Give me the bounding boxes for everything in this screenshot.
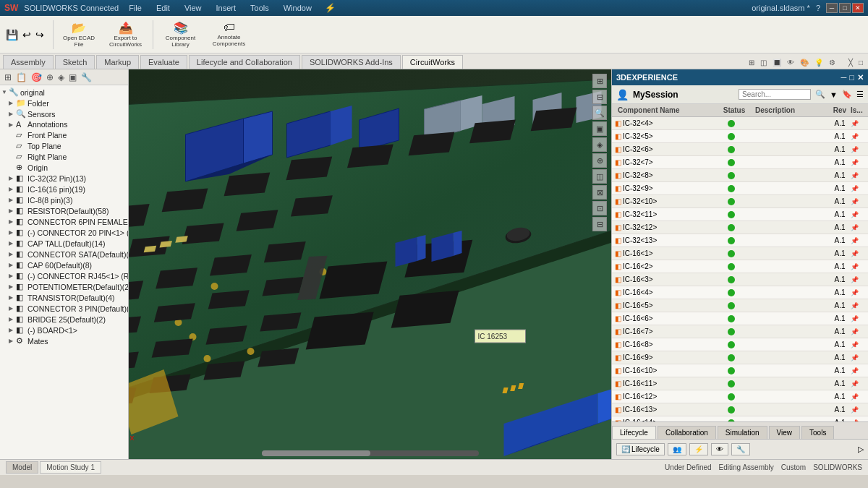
view-option2[interactable]: ◈: [592, 137, 607, 152]
panel-close-icon[interactable]: ╳: [846, 58, 855, 67]
component-list-item[interactable]: ◧ IC-32<5> A.1 📌: [612, 130, 868, 143]
tree-item[interactable]: ▶◧IC-16(16 pin)(19): [0, 184, 128, 194]
component-list-item[interactable]: ◧ IC-16<2> A.1 📌: [612, 260, 868, 273]
component-list-item[interactable]: ◧ IC-16<14> A.1 📌: [612, 416, 868, 421]
tree-item[interactable]: ▶◧BRIDGE 25(Default)(2): [0, 314, 128, 325]
view-option7[interactable]: ⊟: [592, 217, 607, 231]
tree-item[interactable]: ▶◧CONNECTOR 3 PIN(Default)(5): [0, 303, 128, 314]
menu-window[interactable]: Window: [279, 4, 316, 12]
expand-panel-icon[interactable]: ▷: [858, 445, 864, 454]
tree-root[interactable]: ▼ 🔧 original: [0, 87, 128, 98]
component-list-item[interactable]: ◧ IC-16<6> A.1 📌: [612, 312, 868, 325]
bookmark-icon[interactable]: 🔖: [842, 90, 852, 99]
component-list-item[interactable]: ◧ IC-16<12> A.1 📌: [612, 390, 868, 403]
tree-item[interactable]: ▶⚙Mates: [0, 335, 128, 346]
view-option1[interactable]: ▣: [592, 121, 607, 136]
component-list-item[interactable]: ◧ IC-16<7> A.1 📌: [612, 325, 868, 338]
component-list-item[interactable]: ◧ IC-16<3> A.1 📌: [612, 273, 868, 286]
tree-item[interactable]: ▶AAnnotations: [0, 119, 128, 129]
tree-item[interactable]: ▶◧CAP 60(Default)(8): [0, 260, 128, 270]
tree-icon-5[interactable]: ◈: [56, 72, 66, 83]
component-list-item[interactable]: ◧ IC-32<13> A.1 📌: [612, 234, 868, 247]
tree-icon-6[interactable]: ▣: [67, 72, 78, 83]
bottom-tab-lifecycle[interactable]: Lifecycle: [612, 426, 656, 439]
save-btn[interactable]: 💾: [4, 27, 20, 42]
3dexp-close[interactable]: ✕: [857, 73, 864, 82]
view-option4[interactable]: ◫: [592, 169, 607, 184]
menu-edit[interactable]: Edit: [152, 4, 174, 12]
export-circuitworks-btn[interactable]: 📤 Export to CircuitWorks: [103, 20, 148, 50]
motion-study-tab[interactable]: Motion Study 1: [40, 461, 101, 474]
view-btn[interactable]: 👁: [711, 443, 728, 455]
restore-btn[interactable]: □: [839, 3, 851, 13]
menu-dots-icon[interactable]: ☰: [856, 90, 864, 99]
view-display-icon[interactable]: 🔳: [770, 58, 783, 67]
component-list-item[interactable]: ◧ IC-16<1> A.1 📌: [612, 247, 868, 260]
annotate-components-btn[interactable]: 🏷 Annotate Components: [206, 20, 252, 49]
component-library-btn[interactable]: 📚 Component Library: [158, 20, 203, 50]
close-btn[interactable]: ✕: [852, 3, 864, 13]
menu-view[interactable]: View: [180, 4, 206, 12]
3dexp-expand[interactable]: □: [849, 73, 854, 82]
tree-item[interactable]: ▶◧CAP TALL(Default)(14): [0, 238, 128, 249]
component-list-item[interactable]: ◧ IC-16<10> A.1 📌: [612, 364, 868, 377]
view-hide-icon[interactable]: 👁: [785, 58, 796, 67]
menu-tools[interactable]: Tools: [246, 4, 273, 12]
view-section-icon[interactable]: ◫: [758, 58, 769, 67]
menu-file[interactable]: File: [124, 4, 146, 12]
view-more-icon[interactable]: ⚙: [827, 58, 838, 67]
tab-lifecycle[interactable]: Lifecycle and Collaboration: [189, 55, 300, 69]
tree-item[interactable]: ⊕Origin: [0, 162, 128, 173]
tree-item[interactable]: ▶📁Folder: [0, 98, 128, 108]
collab-btn[interactable]: 👥: [668, 443, 686, 455]
tree-icon-3[interactable]: 🎯: [30, 72, 43, 83]
component-list-item[interactable]: ◧ IC-32<10> A.1 📌: [612, 195, 868, 208]
tree-icon-1[interactable]: ⊞: [3, 72, 13, 83]
tab-circuitworks[interactable]: CircuitWorks: [402, 55, 463, 69]
tab-addins[interactable]: SOLIDWORKS Add-Ins: [302, 55, 401, 69]
minimize-btn[interactable]: ─: [826, 3, 838, 13]
tree-item[interactable]: ▶◧IC-32(32 Pin)(13): [0, 173, 128, 184]
component-list-item[interactable]: ◧ IC-32<6> A.1 📌: [612, 143, 868, 156]
component-list-item[interactable]: ◧ IC-32<12> A.1 📌: [612, 221, 868, 234]
tree-item[interactable]: ▶◧POTENTIOMETER(Default)(2): [0, 281, 128, 292]
component-list-item[interactable]: ◧ IC-16<8> A.1 📌: [612, 338, 868, 351]
component-list-item[interactable]: ◧ IC-16<5> A.1 📌: [612, 299, 868, 312]
tree-item[interactable]: ▱Top Plane: [0, 140, 128, 151]
lifecycle-btn[interactable]: 🔄 Lifecycle: [616, 443, 665, 455]
tree-item[interactable]: ▶🔍Sensors: [0, 108, 128, 119]
session-search-input[interactable]: [739, 89, 811, 100]
view-option3[interactable]: ⊕: [592, 153, 607, 168]
tree-item[interactable]: ▱Right Plane: [0, 151, 128, 162]
view-filter-btn[interactable]: ⊟: [592, 90, 607, 104]
view-zoom-btn[interactable]: 🔍: [592, 106, 607, 120]
tree-item[interactable]: ▶◧RESISTOR(Default)(58): [0, 205, 128, 216]
bottom-tab-simulation[interactable]: Simulation: [718, 426, 767, 439]
search-btn[interactable]: 🔍: [815, 90, 825, 99]
menu-ext[interactable]: ⚡: [322, 3, 339, 13]
component-list-item[interactable]: ◧ IC-16<11> A.1 📌: [612, 377, 868, 390]
3dexp-minimize[interactable]: ─: [841, 73, 847, 82]
tree-item[interactable]: ▶◧IC-8(8 pin)(3): [0, 194, 128, 205]
bottom-tab-view[interactable]: View: [769, 426, 801, 439]
model-tab[interactable]: Model: [6, 461, 38, 474]
tab-assembly[interactable]: Assembly: [3, 55, 54, 69]
view-option5[interactable]: ⊠: [592, 185, 607, 200]
tree-item[interactable]: ▶◧CONNECTOR 6PIN FEMALE(Default)(4): [0, 216, 128, 227]
tab-markup[interactable]: Markup: [96, 55, 139, 69]
tree-item[interactable]: ▱Front Plane: [0, 129, 128, 140]
tree-icon-7[interactable]: 🔧: [80, 72, 93, 83]
tree-item[interactable]: ▶◧(-) CONNECTOR RJ45<1> (R99): [0, 270, 128, 281]
view-scene-icon[interactable]: 💡: [812, 58, 825, 67]
tree-item[interactable]: ▶◧(-) CONNECTOR 20 PIN<1> (R81): [0, 227, 128, 238]
view-normal-btn[interactable]: ⊞: [592, 74, 607, 88]
component-list-item[interactable]: ◧ IC-32<4> A.1 📌: [612, 117, 868, 130]
tree-item[interactable]: ▶◧CONNECTOR SATA(Default)(2): [0, 249, 128, 260]
tree-item[interactable]: ▶◧(-) BOARD<1>: [0, 325, 128, 335]
tree-item[interactable]: ▶◧TRANSISTOR(Default)(4): [0, 292, 128, 303]
viewport-scrollbar[interactable]: [262, 450, 479, 456]
open-ecad-btn[interactable]: 📂 Open ECAD File: [58, 20, 100, 50]
menu-insert[interactable]: Insert: [212, 4, 241, 12]
component-list-item[interactable]: ◧ IC-32<8> A.1 📌: [612, 169, 868, 182]
view-appear-icon[interactable]: 🎨: [798, 58, 811, 67]
